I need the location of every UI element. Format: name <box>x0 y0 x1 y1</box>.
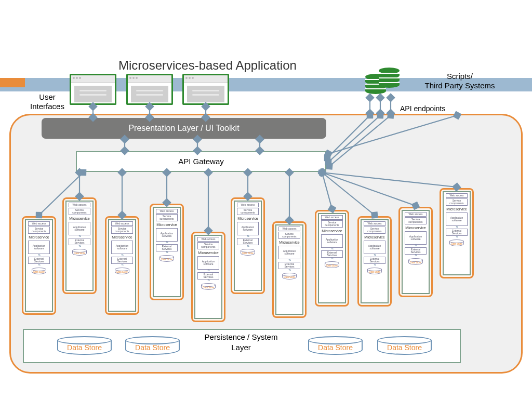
browser-window-icon <box>126 74 173 105</box>
persistence-label: Persistence / System Layer <box>194 332 288 352</box>
microservice-box: Web accessService componentsMicroservice… <box>315 210 349 307</box>
microservice-box: Web accessService componentsMicroservice… <box>191 232 225 322</box>
microservice-box: Web accessService componentsMicroservice… <box>150 204 184 300</box>
api-gateway: API Gateway <box>76 151 326 172</box>
microservice-box: Web accessService componentsMicroservice… <box>105 216 139 315</box>
persistence-layer: Persistence / System Layer Data StoreDat… <box>23 329 461 363</box>
microservice-box: Web accessService componentsMicroservice… <box>398 207 433 297</box>
data-store-cylinder: Data Store <box>57 336 112 356</box>
data-store-cylinder: Data Store <box>125 336 180 356</box>
label-api-endpoints: API endpoints <box>400 104 445 113</box>
diagram-title: Microservices-based Application <box>118 58 297 73</box>
microservice-box: Web accessService componentsMicroservice… <box>22 216 56 315</box>
microservice-box: Web accessService componentsMicroservice… <box>62 197 97 294</box>
label-user-interfaces: User Interfaces <box>26 92 68 111</box>
data-store-cylinder: Data Store <box>308 336 363 356</box>
data-store-cylinder: Data Store <box>377 336 432 356</box>
label-scripts: Scripts/ Third Party Systems <box>416 72 504 90</box>
horizontal-bar-accent <box>0 78 25 87</box>
microservice-box: Web accessService componentsMicroservice… <box>357 216 392 307</box>
microservice-box: Web accessService componentsMicroservice… <box>272 221 307 318</box>
microservice-box: Web accessService componentsMicroservice… <box>231 197 265 294</box>
browser-window-icon <box>70 74 116 105</box>
browser-window-icon <box>182 74 229 105</box>
presentation-layer: Presentation Layer / UI Toolkit <box>42 118 326 139</box>
microservice-box: Web accessService componentsMicroservice… <box>440 188 474 278</box>
